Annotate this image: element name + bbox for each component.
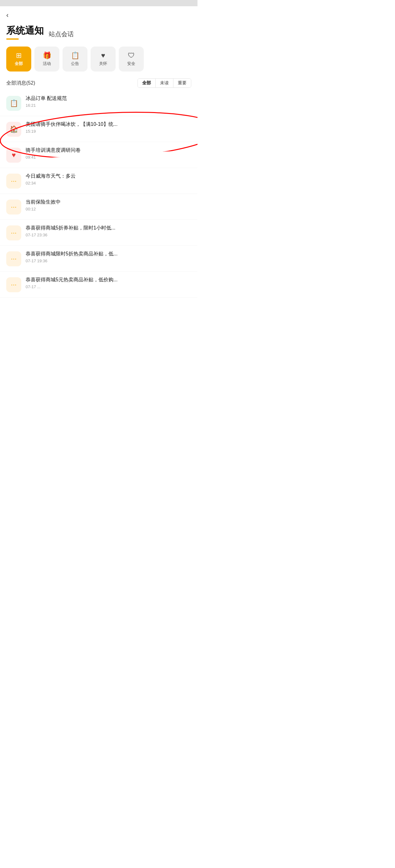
back-button[interactable]: ‹ (6, 10, 8, 21)
message-content-2: 美团请骑手伙伴喝冰饮，【满10-10】统...15:19 (26, 121, 191, 134)
page-title: 系统通知 (6, 24, 44, 40)
message-time-7: 07-17 19:36 (26, 258, 191, 263)
message-avatar-1: 📋 (6, 96, 21, 111)
message-time-3: 09:41 (26, 155, 191, 160)
category-icon-care: ♥ (101, 52, 105, 60)
message-content-7: 恭喜获得商城限时5折热卖商品补贴，低...07-17 19:36 (26, 251, 191, 263)
category-item-care[interactable]: ♥ 关怀 (91, 46, 116, 71)
category-label-security: 安全 (127, 61, 135, 66)
category-item-notice[interactable]: 📋 公告 (62, 46, 87, 71)
category-label-all: 全部 (15, 61, 23, 66)
message-title-7: 恭喜获得商城限时5折热卖商品补贴，低... (26, 251, 191, 257)
message-item[interactable]: ···恭喜获得商城5折券补贴，限时1小时低...07-17 23:36 (0, 220, 198, 246)
message-content-6: 恭喜获得商城5折券补贴，限时1小时低...07-17 23:36 (26, 225, 191, 237)
message-count: 全部消息(52) (6, 80, 35, 87)
message-list: 📋冰品订单 配送规范16:21🏠美团请骑手伙伴喝冰饮，【满10-10】统...1… (0, 90, 198, 298)
message-time-5: 00:12 (26, 207, 191, 211)
category-item-all[interactable]: ⊞ 全部 (6, 46, 31, 71)
filter-tab-2[interactable]: 重要 (173, 79, 191, 87)
message-content-4: 今日威海市天气：多云02:34 (26, 173, 191, 185)
message-title-8: 恭喜获得商城5元热卖商品补贴，低价购... (26, 277, 191, 283)
category-label-notice: 公告 (71, 61, 79, 66)
filter-tab-0[interactable]: 全部 (138, 79, 156, 87)
header: ‹ 系统通知 站点会话 (0, 6, 198, 41)
message-avatar-5: ··· (6, 199, 21, 215)
category-icon-notice: 📋 (71, 52, 79, 60)
message-avatar-8: ··· (6, 277, 21, 292)
filter-tabs: 全部未读重要 (138, 79, 191, 88)
message-title-2: 美团请骑手伙伴喝冰饮，【满10-10】统... (26, 121, 191, 128)
message-title-6: 恭喜获得商城5折券补贴，限时1小时低... (26, 225, 191, 231)
message-item[interactable]: ···今日威海市天气：多云02:34 (0, 168, 198, 194)
message-avatar-4: ··· (6, 174, 21, 189)
message-time-2: 15:19 (26, 129, 191, 134)
message-item[interactable]: ♥骑手培训满意度调研问卷09:41 (0, 142, 198, 168)
message-item[interactable]: 🏠美团请骑手伙伴喝冰饮，【满10-10】统...15:19 (0, 116, 198, 142)
tab-secondary[interactable]: 站点会话 (49, 30, 74, 40)
message-content-8: 恭喜获得商城5元热卖商品补贴，低价购...07-17 ... (26, 277, 191, 289)
message-title-4: 今日威海市天气：多云 (26, 173, 191, 180)
message-item[interactable]: ···恭喜获得商城限时5折热卖商品补贴，低...07-17 19:36 (0, 246, 198, 272)
message-time-1: 16:21 (26, 103, 191, 108)
title-row: 系统通知 站点会话 (6, 24, 191, 41)
message-title-3: 骑手培训满意度调研问卷 (26, 147, 191, 154)
message-header: 全部消息(52) 全部未读重要 (0, 74, 198, 90)
category-item-security[interactable]: 🛡 安全 (119, 46, 144, 71)
message-content-3: 骑手培训满意度调研问卷09:41 (26, 147, 191, 160)
message-item[interactable]: 📋冰品订单 配送规范16:21 (0, 90, 198, 116)
filter-tab-1[interactable]: 未读 (156, 79, 173, 87)
categories: ⊞ 全部 🎁 活动 📋 公告 ♥ 关怀 🛡 安全 (0, 41, 198, 74)
message-avatar-3: ♥ (6, 148, 21, 163)
category-icon-activity: 🎁 (43, 52, 51, 60)
status-bar (0, 0, 198, 6)
message-title-5: 当前保险生效中 (26, 199, 191, 206)
message-time-6: 07-17 23:36 (26, 232, 191, 237)
message-title-1: 冰品订单 配送规范 (26, 95, 191, 102)
message-time-8: 07-17 ... (26, 284, 191, 289)
category-label-activity: 活动 (43, 61, 51, 66)
message-time-4: 02:34 (26, 181, 191, 185)
message-avatar-6: ··· (6, 225, 21, 240)
category-icon-security: 🛡 (128, 52, 135, 60)
message-item[interactable]: ···恭喜获得商城5元热卖商品补贴，低价购...07-17 ... (0, 272, 198, 298)
message-item[interactable]: ···当前保险生效中00:12 (0, 194, 198, 220)
category-label-care: 关怀 (99, 61, 107, 66)
category-icon-all: ⊞ (16, 52, 22, 60)
message-avatar-7: ··· (6, 251, 21, 266)
message-avatar-2: 🏠 (6, 122, 21, 137)
category-item-activity[interactable]: 🎁 活动 (34, 46, 59, 71)
message-content-1: 冰品订单 配送规范16:21 (26, 95, 191, 108)
message-content-5: 当前保险生效中00:12 (26, 199, 191, 211)
